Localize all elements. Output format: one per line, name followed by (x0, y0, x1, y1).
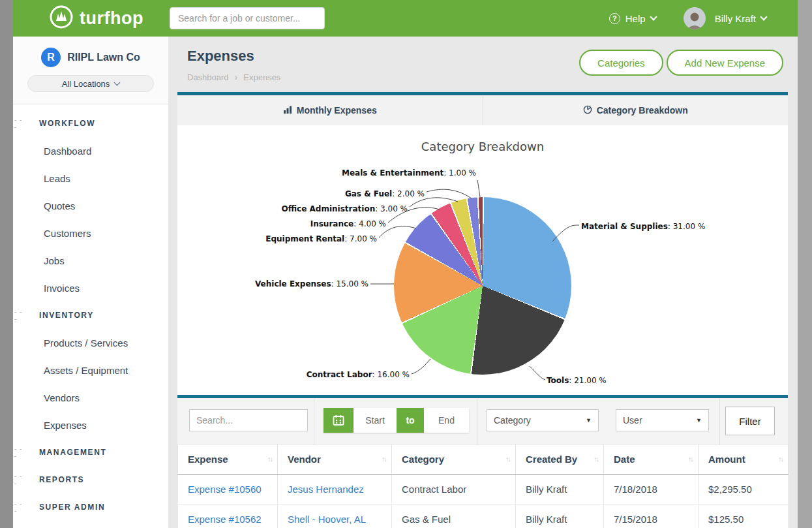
sidebar-item-quotes[interactable]: Quotes (13, 192, 168, 219)
nav-section-management[interactable]: - - - MANAGEMENT (13, 439, 168, 466)
date-range-picker: to (323, 408, 469, 433)
pie-label-insurance: Insurance: 4.00 % (310, 218, 386, 230)
nav-section-workflow: - - - WORKFLOW (13, 110, 168, 137)
chevron-down-icon (650, 13, 657, 20)
sort-icon[interactable]: ↑↓ (382, 455, 386, 463)
vendor-link[interactable]: Shell - Hoover, AL (288, 514, 366, 525)
col-header-expense[interactable]: Expense↑↓ (178, 445, 278, 474)
section-dash-icon: - - - (14, 308, 27, 322)
brand-name: turfhop (80, 8, 143, 29)
company-name: RIIPL Lawn Co (67, 52, 140, 63)
category-select[interactable]: Category ▼ (487, 409, 599, 431)
window-margin-left (0, 0, 13, 528)
amount-cell: $2,295.50 (699, 474, 789, 505)
date-end-input[interactable] (424, 408, 469, 433)
nav-section-reports[interactable]: - - - REPORTS (13, 466, 168, 493)
pie-label-vehicle-expenses: Vehicle Expenses: 15.00 % (255, 278, 368, 290)
location-selector[interactable]: All Locations (27, 75, 154, 92)
sort-icon[interactable]: ↑↓ (267, 455, 272, 463)
help-icon: ? (609, 13, 620, 24)
turfhop-grass-icon (49, 5, 74, 32)
date-cell: 7/18/2018 (604, 474, 699, 505)
chevron-down-icon (760, 13, 767, 20)
sidebar-item-customers[interactable]: Customers (13, 219, 168, 247)
nav-section-super-admin[interactable]: - - - SUPER ADMIN (13, 493, 168, 521)
section-dash-icon: - - - (14, 116, 27, 131)
breadcrumb-expenses[interactable]: Expenses (243, 72, 280, 82)
col-header-amount[interactable]: Amount↑↓ (699, 445, 789, 474)
filter-bar: to Category ▼ User ▼ Filter (177, 398, 788, 444)
sidebar-item-assets-equipment[interactable]: Assets / Equipment (13, 356, 168, 384)
date-range-to-label: to (397, 408, 424, 433)
sidebar: R RIIPL Lawn Co All Locations - - - WORK… (13, 37, 168, 528)
sort-icon[interactable]: ↑↓ (778, 455, 783, 463)
filter-button[interactable]: Filter (725, 407, 775, 435)
user-name: Billy Kraft (715, 13, 756, 24)
sidebar-item-expenses[interactable]: Expenses (13, 411, 168, 439)
sidebar-item-products-services[interactable]: Products / Services (13, 329, 168, 356)
add-new-expense-button[interactable]: Add New Expense (667, 50, 783, 76)
sidebar-company-block: R RIIPL Lawn Co All Locations (13, 37, 168, 104)
sidebar-item-vendors[interactable]: Vendors (13, 384, 168, 411)
vendor-link[interactable]: Jesus Hernandez (288, 484, 364, 495)
sidebar-item-invoices[interactable]: Invoices (13, 274, 168, 302)
pie-label-contract-labor: Contract Labor: 16.00 % (307, 369, 410, 380)
table-search-input[interactable] (189, 409, 308, 431)
scrollbar-track[interactable] (798, 0, 812, 528)
pie-label-gas-fuel: Gas & Fuel: 2.00 % (345, 188, 425, 200)
pie-chart-icon (583, 105, 592, 116)
chart-title: Category Breakdown (177, 140, 788, 153)
col-header-date[interactable]: Date↑↓ (604, 445, 699, 474)
divider (719, 398, 720, 444)
user-avatar[interactable] (684, 7, 706, 29)
help-menu[interactable]: ? Help (609, 13, 656, 24)
col-header-category[interactable]: Category↑↓ (392, 445, 516, 474)
sort-icon[interactable]: ↑↓ (594, 455, 598, 463)
section-dash-icon: - - - (14, 473, 27, 487)
calendar-icon[interactable] (323, 408, 353, 433)
table-row: Expense #10560 Jesus Hernandez Contract … (178, 474, 789, 505)
table-row: Expense #10562 Shell - Hoover, AL Gas & … (178, 505, 789, 528)
app-window: turfhop ? Help Billy Kraft (0, 0, 812, 528)
chart-tabs: Monthly Expenses Category Breakdown (177, 95, 788, 125)
caret-down-icon: ▼ (586, 417, 592, 424)
expenses-table: Expense↑↓ Vendor↑↓ Category↑↓ Created By… (177, 444, 789, 528)
expenses-panel: Monthly Expenses Category Breakdown Cate… (177, 92, 788, 528)
date-start-input[interactable] (353, 408, 397, 433)
brand-logo[interactable]: turfhop (49, 5, 143, 32)
divider (477, 398, 477, 444)
top-header: turfhop ? Help Billy Kraft (13, 0, 798, 37)
nav-section-inventory: - - - INVENTORY (13, 302, 168, 329)
categories-button[interactable]: Categories (579, 50, 663, 76)
global-search-input[interactable] (170, 7, 325, 29)
expense-link[interactable]: Expense #10560 (188, 484, 262, 495)
sidebar-item-leads[interactable]: Leads (13, 164, 168, 192)
breadcrumb-dashboard[interactable]: Dashboard (187, 72, 229, 82)
pie-label-office-administration: Office Administration: 3.00 % (282, 203, 408, 215)
caret-down-icon: ▼ (696, 417, 702, 424)
chevron-down-icon (114, 80, 121, 86)
tab-category-breakdown[interactable]: Category Breakdown (483, 95, 789, 125)
breadcrumb-separator-icon: › (235, 72, 238, 82)
sidebar-nav: - - - WORKFLOW Dashboard Leads Quotes Cu… (13, 104, 168, 521)
main-content: Expenses Dashboard › Expenses Categories… (168, 37, 798, 528)
section-dash-icon: - - - (14, 500, 27, 514)
sidebar-item-jobs[interactable]: Jobs (13, 247, 168, 274)
pie-label-material-supplies: Material & Supplies: 31.00 % (581, 221, 705, 232)
col-header-created-by[interactable]: Created By↑↓ (516, 445, 604, 474)
divider (314, 398, 314, 444)
page-title: Expenses (187, 48, 280, 65)
user-menu[interactable]: Billy Kraft (715, 13, 766, 24)
bar-chart-icon (283, 105, 292, 116)
category-cell: Contract Labor (392, 474, 516, 505)
sort-icon[interactable]: ↑↓ (505, 455, 510, 463)
col-header-vendor[interactable]: Vendor↑↓ (278, 445, 392, 474)
tab-monthly-expenses[interactable]: Monthly Expenses (177, 95, 483, 125)
user-select[interactable]: User ▼ (616, 409, 709, 431)
expense-link[interactable]: Expense #10562 (188, 514, 262, 525)
sidebar-item-dashboard[interactable]: Dashboard (13, 137, 168, 164)
pie-label-tools: Tools: 21.00 % (547, 375, 607, 386)
pie-label-meals-entertainment: Meals & Entertainment: 1.00 % (342, 167, 476, 179)
sort-icon[interactable]: ↑↓ (688, 455, 693, 463)
table-header-row: Expense↑↓ Vendor↑↓ Category↑↓ Created By… (178, 445, 789, 474)
